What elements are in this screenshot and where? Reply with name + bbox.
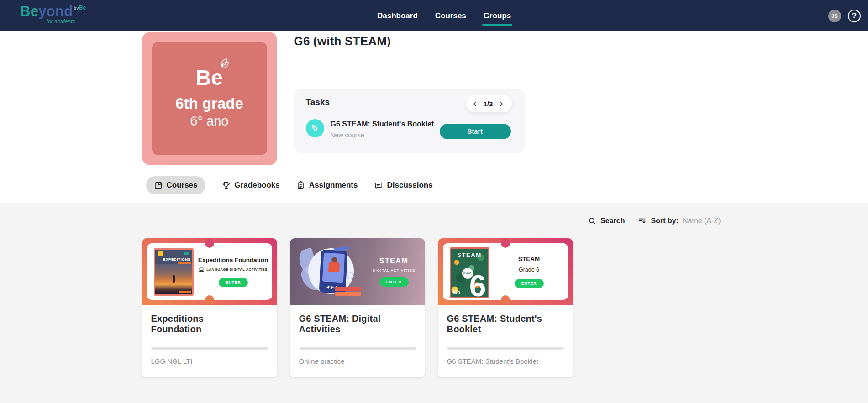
sort-button[interactable]: Sort by: Name (A-Z) xyxy=(638,216,721,225)
thumb-subheading: LANGUAGE DIGITAL ACTIVITIES xyxy=(199,267,267,272)
course-card-steam-digital[interactable]: STEAM DIGITAL ACTIVITIES ENTER G6 STEAM:… xyxy=(290,238,425,377)
group-tabs: Courses Gradebooks Assignments xyxy=(146,176,433,194)
leaf-icon xyxy=(215,57,230,73)
enter-button[interactable]: ENTER xyxy=(219,278,248,287)
thumb-subheading: Grade 6 xyxy=(519,267,539,273)
cover-logo: Be xyxy=(453,289,460,296)
book-cover-steam: STEAM 6º ANO 6 Be xyxy=(450,247,489,298)
app-header: BeyondbyBe for students Dashboard Course… xyxy=(0,0,868,31)
tasks-pager: 1/3 xyxy=(466,95,512,112)
cover-tag xyxy=(179,291,191,293)
cover-photo xyxy=(155,264,192,294)
ticket-panel: EXPEDITIONS Expeditions Foundation LANGU… xyxy=(147,243,272,300)
nav-courses[interactable]: Courses xyxy=(435,11,466,21)
tab-discussions-label: Discussions xyxy=(387,181,432,190)
beyond-logo[interactable]: BeyondbyBe for students xyxy=(20,4,86,25)
be-brand-mark: Be xyxy=(196,67,223,88)
tasks-panel: Tasks 1/3 G6 STEAM: S xyxy=(294,89,525,153)
tab-gradebooks[interactable]: Gradebooks xyxy=(222,176,280,194)
pager-count: 1/3 xyxy=(484,100,493,108)
course-title: G6 STEAM: Digital Activities xyxy=(299,314,396,337)
thumb-heading: STEAM xyxy=(379,257,409,265)
main-nav: Dashboard Courses Groups xyxy=(377,0,511,31)
group-cover-image: Be 6th grade 6° ano xyxy=(142,32,277,165)
course-title: G6 STEAM: Student's Booklet xyxy=(447,314,544,337)
search-icon xyxy=(588,217,596,225)
courses-section: Search Sort by: Name (A-Z) xyxy=(0,203,868,403)
clipboard-icon xyxy=(296,181,305,190)
ticket-panel: STEAM 6º ANO 6 Be STEAM Grade 6 ENTER xyxy=(443,243,568,300)
course-thumbnail: STEAM 6º ANO 6 Be STEAM Grade 6 ENTER xyxy=(438,238,573,305)
task-status: New course xyxy=(331,131,364,139)
group-cover-inner: Be 6th grade 6° ano xyxy=(152,42,267,155)
search-button[interactable]: Search xyxy=(588,217,625,225)
course-subtitle: Online practice xyxy=(299,357,416,365)
course-grid: EXPEDITIONS Expeditions Foundation LANGU… xyxy=(142,238,573,377)
pager-next-icon[interactable] xyxy=(498,101,504,107)
rocket-icon xyxy=(306,119,324,137)
course-thumbnail: STEAM DIGITAL ACTIVITIES ENTER xyxy=(290,238,425,305)
course-subtitle: LGG NGL LTI xyxy=(151,357,268,365)
laptop-icon xyxy=(199,267,204,272)
book-icon xyxy=(154,181,163,190)
progress-bar xyxy=(299,347,416,350)
start-button[interactable]: Start xyxy=(440,124,511,139)
course-card-body: G6 STEAM: Digital Activities Online prac… xyxy=(290,305,425,365)
course-card-body: Expeditions Foundation LGG NGL LTI xyxy=(142,305,277,365)
thumb-subheading: DIGITAL ACTIVITIES xyxy=(373,268,416,272)
enter-button[interactable]: ENTER xyxy=(379,277,409,287)
enter-button[interactable]: ENTER xyxy=(515,279,544,288)
trophy-icon xyxy=(222,181,231,190)
tab-courses-label: Courses xyxy=(167,181,198,190)
nav-groups[interactable]: Groups xyxy=(484,11,511,21)
progress-bar xyxy=(151,347,268,350)
tab-assignments[interactable]: Assignments xyxy=(296,176,358,194)
course-card-steam-booklet[interactable]: STEAM 6º ANO 6 Be STEAM Grade 6 ENTER xyxy=(438,238,573,377)
courses-toolbar: Search Sort by: Name (A-Z) xyxy=(588,216,721,225)
progress-bar xyxy=(447,347,564,350)
thumb-heading: Expeditions Foundation xyxy=(198,256,268,263)
cover-title: STEAM xyxy=(451,251,488,258)
group-hero-section: Be 6th grade 6° ano G6 (with STEAM) Task… xyxy=(0,31,868,203)
book-cover-expeditions: EXPEDITIONS xyxy=(154,248,194,296)
header-actions: JS ? xyxy=(828,10,861,22)
thumb-heading: STEAM xyxy=(518,256,540,262)
tab-assignments-label: Assignments xyxy=(309,181,358,190)
tab-gradebooks-label: Gradebooks xyxy=(235,181,280,190)
pager-prev-icon[interactable] xyxy=(472,101,478,107)
nav-dashboard[interactable]: Dashboard xyxy=(377,11,418,21)
search-label: Search xyxy=(600,217,625,225)
sort-value: Name (A-Z) xyxy=(683,217,721,225)
cover-title: EXPEDITIONS xyxy=(155,257,191,262)
group-grade-pt: 6° ano xyxy=(190,113,228,130)
course-title: Expeditions Foundation xyxy=(151,314,248,337)
course-card-expeditions[interactable]: EXPEDITIONS Expeditions Foundation LANGU… xyxy=(142,238,277,377)
task-name: G6 STEAM: Student's Booklet xyxy=(331,120,434,128)
course-card-body: G6 STEAM: Student's Booklet G6 STEAM: St… xyxy=(438,305,573,365)
help-icon[interactable]: ? xyxy=(848,10,861,22)
tab-courses[interactable]: Courses xyxy=(146,176,205,194)
course-thumbnail: EXPEDITIONS Expeditions Foundation LANGU… xyxy=(142,238,277,305)
cover-number: 6 xyxy=(469,271,486,298)
group-grade-en: 6th grade xyxy=(175,94,243,113)
course-subtitle: G6 STEAM: Student's Booklet xyxy=(447,357,564,365)
tasks-title: Tasks xyxy=(306,97,330,107)
publisher-logo xyxy=(184,252,189,255)
logo-wordmark: BeyondbyBe xyxy=(20,4,86,18)
page-title: G6 (with STEAM) xyxy=(294,34,391,48)
user-avatar[interactable]: JS xyxy=(828,10,841,22)
cover-accent xyxy=(178,262,191,264)
tablet-illustration xyxy=(290,238,368,305)
sort-icon xyxy=(638,216,647,225)
sort-label: Sort by: xyxy=(651,217,678,225)
logo-tagline: for students xyxy=(20,18,86,25)
tab-discussions[interactable]: Discussions xyxy=(374,176,432,194)
chat-icon xyxy=(374,181,383,190)
publisher-logo xyxy=(158,251,163,256)
